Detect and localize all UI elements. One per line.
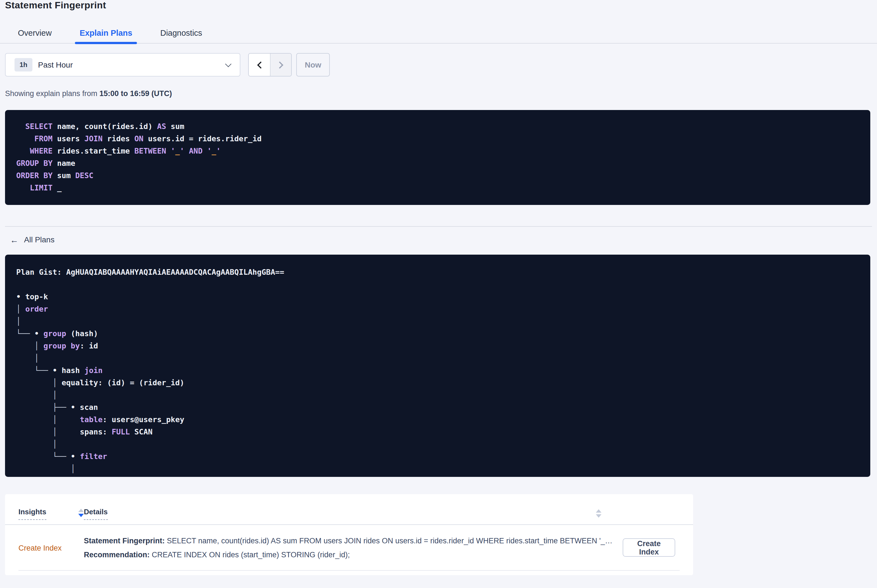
- code-line: │ order: [16, 303, 859, 315]
- code-token: SCAN: [130, 427, 152, 436]
- code-token: [16, 134, 35, 143]
- code-token: rides.start_time: [53, 146, 134, 155]
- code-token: └──: [35, 366, 53, 375]
- code-line: WHERE rides.start_time BETWEEN '_' AND '…: [16, 145, 859, 157]
- code-token: [16, 146, 30, 155]
- code-line: │: [16, 438, 859, 450]
- code-line: FROM users JOIN rides ON users.id = ride…: [16, 132, 859, 145]
- column-header-insights[interactable]: Insights: [18, 508, 84, 520]
- code-token: [166, 146, 171, 155]
- code-line: LIMIT _: [16, 182, 859, 194]
- tab-diagnostics[interactable]: Diagnostics: [156, 23, 206, 43]
- code-token: •: [35, 329, 44, 338]
- code-token: GROUP BY: [16, 159, 53, 168]
- chevron-left-icon: [257, 61, 264, 68]
- insights-table-card: Insights Details Create Index Statement …: [5, 494, 693, 575]
- code-token: │: [53, 378, 62, 387]
- page-title: Statement Fingerprint: [5, 0, 106, 11]
- time-interval-badge: 1h: [15, 58, 32, 72]
- code-line: SELECT name, count(rides.id) AS sum: [16, 120, 859, 132]
- time-controls: 1h Past Hour Now: [5, 53, 330, 76]
- plan-gist-line: Plan Gist: AgHUAQIABQAAAAHYAQIAiAEAAAADC…: [16, 266, 859, 278]
- code-token: [16, 427, 53, 436]
- code-token: └──: [16, 329, 35, 338]
- code-token: JOIN: [84, 134, 102, 143]
- code-token: AND: [189, 146, 203, 155]
- details-header-label: Details: [84, 508, 108, 520]
- table-row: Create Index Statement Fingerprint: SELE…: [18, 525, 680, 571]
- code-token: LIMIT: [30, 183, 53, 192]
- details-cell: Statement Fingerprint: SELECT name, coun…: [84, 534, 623, 561]
- chevron-right-icon: [276, 61, 283, 68]
- code-token: filter: [80, 452, 107, 460]
- code-line: │: [16, 388, 859, 401]
- all-plans-label: All Plans: [24, 235, 54, 244]
- column-header-details[interactable]: Details: [84, 508, 108, 520]
- code-token: [203, 146, 207, 155]
- plan-gist-value: AgHUAQIABQAAAAHYAQIAiAEAAAADCQACAgAABQIL…: [66, 267, 284, 276]
- code-token: │: [53, 390, 57, 399]
- code-token: [185, 146, 189, 155]
- sql-statement-block: SELECT name, count(rides.id) AS sum FROM…: [5, 110, 870, 205]
- recommendation-detail: Recommendation: CREATE INDEX ON rides (s…: [84, 548, 614, 561]
- code-token: group: [44, 329, 66, 338]
- statement-fingerprint-page: Statement Fingerprint Overview Explain P…: [0, 0, 877, 588]
- insights-table-header: Insights Details: [5, 494, 693, 525]
- code-token: FROM: [35, 134, 53, 143]
- code-token: [16, 341, 35, 350]
- code-token: group by: [44, 341, 80, 350]
- code-token: _: [175, 146, 180, 155]
- previous-interval-button[interactable]: [249, 54, 270, 76]
- code-token: [16, 464, 71, 473]
- code-line: │ table: users@users_pkey: [16, 413, 859, 426]
- code-token: [16, 452, 53, 460]
- code-token: : id: [80, 341, 98, 350]
- code-token: [16, 354, 35, 362]
- code-token: table: [80, 415, 102, 424]
- plan-gist-label: Plan Gist:: [16, 267, 66, 276]
- all-plans-back-link[interactable]: ← All Plans: [10, 235, 54, 244]
- code-line: │: [16, 315, 859, 327]
- status-prefix: Showing explain plans from: [5, 89, 99, 98]
- plan-gist-block: Plan Gist: AgHUAQIABQAAAAHYAQIAiAEAAAADC…: [5, 255, 870, 477]
- code-line: └── • hash join: [16, 364, 859, 376]
- code-line: └── • group (hash): [16, 327, 859, 339]
- code-token: ': [207, 146, 212, 155]
- create-index-button[interactable]: Create Index: [623, 538, 675, 557]
- code-token: • scan: [71, 403, 98, 411]
- code-token: [16, 122, 26, 130]
- time-range-label: Past Hour: [38, 60, 73, 69]
- code-token: FULL: [111, 427, 130, 436]
- time-range-dropdown[interactable]: 1h Past Hour: [5, 53, 240, 76]
- next-interval-button[interactable]: [270, 54, 291, 76]
- code-token: [16, 415, 53, 424]
- sort-down-icon: [596, 514, 602, 518]
- code-token: │: [53, 427, 80, 436]
- chevron-down-icon: [225, 61, 232, 67]
- tab-bar: Overview Explain Plans Diagnostics: [0, 23, 877, 44]
- code-token: │: [71, 464, 75, 473]
- create-index-link[interactable]: Create Index: [18, 544, 62, 552]
- detail-text: SELECT name, count(rides.id) AS sum FROM…: [165, 536, 612, 545]
- code-token: AS: [157, 122, 166, 130]
- tab-explain-plans-label: Explain Plans: [80, 28, 132, 38]
- statement-fingerprint-detail: Statement Fingerprint: SELECT name, coun…: [84, 534, 614, 548]
- code-token: [16, 366, 35, 375]
- detail-label: Statement Fingerprint:: [84, 536, 165, 545]
- code-token: ├──: [53, 403, 71, 411]
- code-token: _: [212, 146, 216, 155]
- tab-overview[interactable]: Overview: [14, 23, 56, 43]
- code-token: • hash: [53, 366, 84, 375]
- code-token: BETWEEN: [134, 146, 166, 155]
- code-token: join: [84, 366, 102, 375]
- now-button[interactable]: Now: [296, 53, 330, 76]
- insights-header-label: Insights: [18, 508, 47, 520]
- code-token: ': [171, 146, 175, 155]
- code-line: │: [16, 352, 859, 364]
- tab-explain-plans[interactable]: Explain Plans: [75, 23, 137, 43]
- code-token: [16, 183, 30, 192]
- section-divider: [5, 226, 872, 227]
- code-line: │: [16, 462, 859, 475]
- code-line: ├── • scan: [16, 401, 859, 413]
- code-token: ORDER BY: [16, 171, 53, 180]
